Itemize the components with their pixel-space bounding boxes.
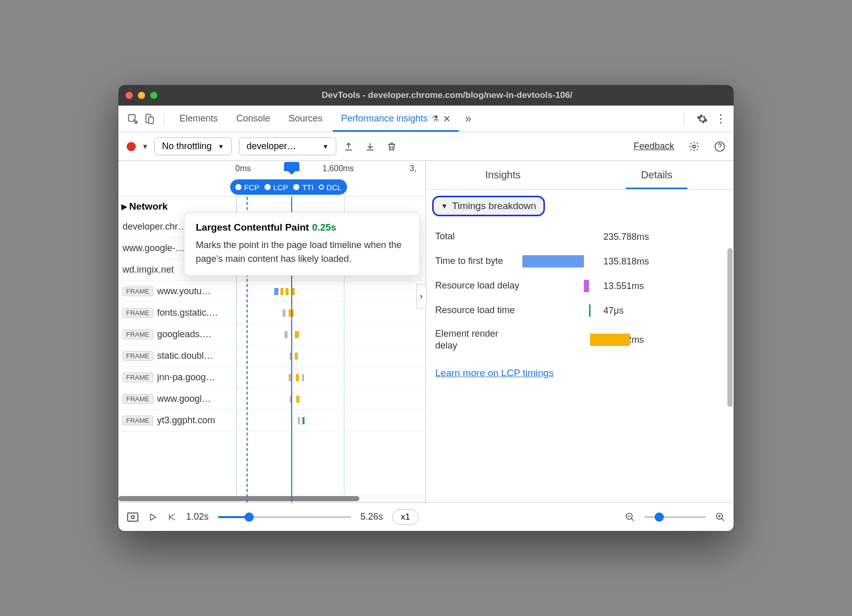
window-title: DevTools - developer.chrome.com/blog/new… [168, 90, 726, 100]
export-icon[interactable] [343, 141, 358, 152]
chevron-right-icon: ▶ [121, 202, 127, 211]
inspect-element-icon[interactable] [126, 112, 140, 126]
tab-insights[interactable]: Insights [426, 161, 580, 189]
titlebar: DevTools - developer.chrome.com/blog/new… [118, 85, 734, 106]
timing-bar [522, 303, 599, 318]
marker-tti[interactable]: TTI [293, 183, 314, 192]
site-select[interactable]: developer…▼ [239, 137, 336, 155]
network-row[interactable]: FRAMEwww.youtu… [118, 281, 425, 302]
content-area: 0ms 1,600ms 3, FCP LCP TTI DCL ▶ Net [118, 161, 734, 502]
network-host-label: fonts.gstatic.… [157, 307, 255, 318]
device-toolbar-icon[interactable] [142, 112, 156, 126]
network-track [259, 302, 426, 323]
timing-value: 47μs [603, 305, 623, 316]
feedback-link[interactable]: Feedback [634, 141, 674, 152]
learn-more-link[interactable]: Learn more on LCP timings [426, 359, 734, 387]
throttling-select[interactable]: No throttling▼ [154, 137, 232, 155]
tab-details[interactable]: Details [580, 161, 734, 189]
timing-value: 235.788ms [603, 232, 649, 242]
help-icon[interactable] [714, 141, 725, 152]
delete-icon[interactable] [387, 141, 401, 152]
tooltip-title: Largest Contentful Paint0.25s [196, 222, 408, 233]
timing-label: Element render delay [435, 328, 522, 352]
import-icon[interactable] [365, 141, 379, 152]
expand-pane-handle[interactable]: › [416, 284, 427, 309]
play-icon[interactable] [148, 512, 157, 522]
current-time: 1.02s [186, 511, 209, 522]
frame-badge: FRAME [123, 351, 153, 361]
sidebar-pane: Insights Details ▼ Timings breakdown Tot… [426, 161, 734, 502]
kebab-menu-icon[interactable]: ⋮ [715, 112, 726, 126]
network-track [259, 410, 426, 431]
timings-breakdown-header[interactable]: ▼ Timings breakdown [432, 196, 545, 216]
dot-icon [235, 184, 241, 190]
minimize-window-icon[interactable] [138, 92, 145, 99]
frame-badge: FRAME [123, 330, 153, 339]
marker-fcp[interactable]: FCP [235, 183, 259, 192]
network-track [259, 324, 426, 345]
marker-lcp[interactable]: LCP [265, 183, 288, 192]
network-row[interactable]: FRAMEstatic.doubl… [118, 345, 425, 367]
timing-row: Resource load time 47μs [435, 298, 724, 323]
svg-point-3 [693, 145, 696, 148]
timing-label: Resource load time [435, 304, 522, 316]
chevron-down-icon: ▼ [218, 143, 224, 150]
timing-markers-pill[interactable]: FCP LCP TTI DCL [230, 179, 347, 195]
timing-bar [522, 279, 599, 293]
marker-dcl[interactable]: DCL [319, 183, 342, 192]
zoom-out-icon[interactable] [625, 512, 635, 522]
tab-sources[interactable]: Sources [280, 106, 331, 132]
network-row[interactable]: FRAMEjnn-pa.goog… [118, 367, 425, 388]
window-controls [126, 92, 157, 99]
network-row[interactable]: FRAMEwww.googl… [118, 388, 425, 410]
screenshot-toggle-icon[interactable] [127, 512, 139, 522]
chevron-down-icon: ▼ [322, 143, 329, 150]
close-window-icon[interactable] [126, 92, 133, 99]
timing-value: 135.818ms [603, 256, 649, 267]
network-track [259, 345, 426, 366]
network-host-label: www.youtu… [157, 286, 255, 297]
timeline-scrubber[interactable] [284, 162, 299, 171]
panel-settings-icon[interactable] [688, 141, 700, 152]
network-track [259, 281, 426, 302]
network-host-label: static.doubl… [157, 351, 255, 361]
speed-pill[interactable]: x1 [392, 509, 419, 525]
timing-label: Time to first byte [435, 255, 522, 267]
lcp-tooltip: Largest Contentful Paint0.25s Marks the … [184, 212, 420, 276]
timeline-ruler[interactable]: 0ms 1,600ms 3, FCP LCP TTI DCL [118, 161, 425, 197]
sidebar-tabs: Insights Details [426, 161, 734, 190]
timing-label: Resource load delay [435, 280, 522, 292]
tab-elements[interactable]: Elements [171, 106, 226, 132]
timing-bar [522, 230, 599, 244]
tab-performance-insights[interactable]: Performance insights ⚗ ✕ [333, 106, 459, 132]
zoom-slider[interactable] [644, 516, 706, 518]
rewind-icon[interactable] [167, 512, 177, 522]
record-dropdown-icon[interactable]: ▾ [143, 141, 147, 151]
record-button[interactable] [127, 142, 136, 151]
flask-icon: ⚗ [432, 114, 439, 124]
network-track [259, 367, 426, 388]
timing-label: Total [435, 231, 522, 242]
perf-toolbar: ▾ No throttling▼ developer…▼ Feedback [118, 132, 734, 161]
horizontal-scrollbar[interactable] [118, 495, 425, 502]
network-row[interactable]: FRAMEgoogleads.… [118, 324, 425, 345]
timing-row: Time to first byte 135.818ms [435, 249, 724, 274]
tab-console[interactable]: Console [228, 106, 278, 132]
vertical-scrollbar[interactable] [727, 222, 733, 471]
network-host-label: www.googl… [157, 394, 255, 404]
tooltip-body: Marks the point in the page load timelin… [196, 238, 408, 266]
frame-badge: FRAME [123, 373, 153, 382]
settings-icon[interactable] [697, 113, 708, 125]
network-row[interactable]: FRAMEyt3.ggpht.com [118, 410, 425, 432]
more-tabs-icon[interactable]: » [461, 112, 475, 126]
maximize-window-icon[interactable] [150, 92, 157, 99]
frame-badge: FRAME [123, 416, 153, 425]
close-tab-icon[interactable]: ✕ [443, 113, 451, 125]
timeline-slider[interactable] [218, 516, 351, 518]
svg-point-6 [131, 516, 134, 519]
network-host-label: yt3.ggpht.com [157, 415, 255, 426]
divider [684, 112, 684, 126]
network-row[interactable]: FRAMEfonts.gstatic.… [118, 302, 425, 324]
frame-badge: FRAME [123, 286, 153, 296]
zoom-in-icon[interactable] [715, 512, 725, 522]
